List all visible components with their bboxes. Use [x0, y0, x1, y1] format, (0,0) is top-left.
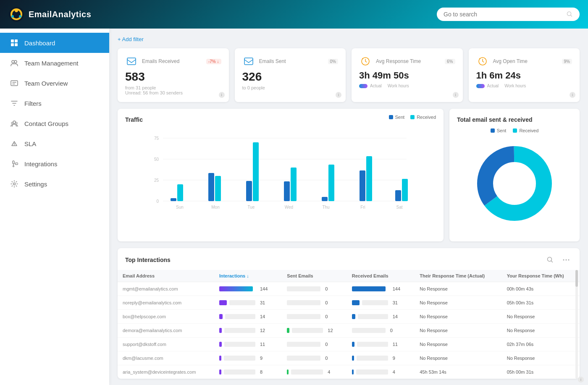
emails-sent-sub1: to 0 people [242, 85, 339, 90]
settings-icon [10, 180, 18, 188]
search-bar[interactable] [437, 8, 580, 21]
svg-text:75: 75 [154, 136, 159, 141]
charts-row: Traffic Sent Received [118, 109, 580, 241]
table-more-button[interactable] [560, 254, 572, 266]
received-cell: 0 [347, 324, 415, 338]
email-cell: noreply@emailanalytics.com [118, 296, 214, 310]
sidebar-item-sla[interactable]: SLA [0, 134, 109, 154]
sidebar-item-contact-groups[interactable]: Contact Groups [0, 113, 109, 134]
col-interactions[interactable]: Interactions ↓ [214, 270, 282, 282]
top-interactions-card: Top Interactions [118, 248, 580, 379]
col-their-response: Their Response Time (Actual) [415, 270, 501, 282]
search-icon [567, 11, 573, 18]
svg-point-15 [16, 122, 17, 124]
interactions-cell: 11 [214, 338, 282, 351]
table-row: dkm@lacusme.com 9 0 9 [118, 351, 580, 365]
table-search-button[interactable] [544, 254, 556, 266]
donut-sent-label: Sent [497, 128, 507, 133]
donut-container [457, 133, 572, 234]
svg-text:Tue: Tue [248, 205, 255, 210]
table-row: demora@emailanalytics.com 12 12 [118, 324, 580, 338]
sla-icon [10, 139, 18, 148]
scrollbar-track [575, 270, 578, 379]
received-cell: 9 [347, 351, 415, 365]
svg-rect-9 [15, 43, 18, 46]
svg-rect-8 [11, 43, 14, 46]
stat-card-avg-open: Avg Open Time 9% 1h 6m 24s Actual Work h… [469, 48, 580, 102]
stat-card-emails-sent: Emails Sent 0% 326 to 0 people i [235, 48, 346, 102]
received-cell: 14 [347, 310, 415, 324]
svg-point-18 [13, 183, 16, 185]
received-legend-label: Received [417, 115, 436, 120]
svg-rect-50 [402, 179, 408, 201]
emails-received-value: 583 [125, 70, 221, 84]
interactions-cell: 8 [214, 365, 282, 379]
svg-rect-6 [11, 39, 14, 42]
svg-point-17 [13, 166, 14, 167]
sidebar-item-integrations[interactable]: Integrations [0, 154, 109, 174]
email-cell: dkm@lacusme.com [118, 351, 214, 365]
emails-received-label: Emails Received [142, 58, 202, 64]
col-received: Received Emails [347, 270, 415, 282]
sidebar-item-label: Team Overview [24, 80, 68, 87]
table-row: aria_system@deviceintegrates.com 8 4 [118, 365, 580, 379]
sidebar-item-dashboard[interactable]: Dashboard [0, 33, 109, 53]
sidebar-item-settings[interactable]: Settings [0, 174, 109, 194]
donut-received-label: Received [519, 128, 538, 133]
their-response-cell: No Response [415, 338, 501, 351]
svg-rect-44 [328, 165, 334, 201]
add-filter-button[interactable]: + Add filter [118, 36, 144, 42]
interactions-cell: 12 [214, 324, 282, 338]
info-dot[interactable]: i [336, 92, 341, 98]
their-response-cell: No Response [415, 310, 501, 324]
svg-point-57 [566, 259, 567, 261]
donut-chart-legend: Sent Received [457, 128, 572, 133]
table-actions [544, 254, 572, 266]
svg-point-2 [15, 9, 18, 12]
received-cell: 31 [347, 296, 415, 310]
sent-cell: 4 [282, 365, 346, 379]
email-cell: box@helpscope.com [118, 310, 214, 324]
svg-rect-37 [246, 181, 252, 201]
main-content: + Add filter Emails Received -7% ↓ 583 f… [109, 29, 588, 385]
stat-card-emails-received: Emails Received -7% ↓ 583 from 31 people… [118, 48, 229, 102]
table-title: Top Interactions [125, 257, 171, 263]
info-dot[interactable]: i [453, 92, 459, 98]
avg-open-badge: 9% [562, 59, 572, 64]
emails-sent-label: Emails Sent [259, 58, 324, 64]
sent-cell: 12 [282, 324, 346, 338]
interactions-table: Email Address Interactions ↓ Sent Emails… [118, 270, 580, 379]
sidebar-item-filters[interactable]: Filters [0, 93, 109, 113]
filters-icon [10, 99, 18, 107]
info-dot[interactable]: i [570, 92, 575, 98]
donut-svg [472, 141, 556, 225]
table-header: Top Interactions [118, 248, 580, 270]
search-input[interactable] [444, 11, 563, 18]
your-response-cell: No Response [502, 310, 580, 324]
received-legend-dot [410, 115, 415, 119]
svg-rect-46 [360, 170, 365, 201]
svg-point-4 [19, 15, 21, 18]
table-row: support@dkstoff.com 11 0 [118, 338, 580, 351]
sent-cell: 0 [282, 338, 346, 351]
donut-received-dot [513, 128, 517, 133]
avg-response-value: 3h 49m 50s [359, 70, 455, 81]
sent-cell: 0 [282, 282, 346, 296]
layout: Dashboard Team Management Team Overview [0, 29, 588, 385]
svg-rect-34 [208, 173, 214, 201]
emails-received-badge: -7% ↓ [206, 59, 221, 64]
svg-rect-12 [11, 81, 18, 86]
sidebar-item-team-management[interactable]: Team Management [0, 53, 109, 73]
interactions-cell: 9 [214, 351, 282, 365]
sent-cell: 0 [282, 351, 346, 365]
scrollbar-thumb[interactable] [575, 270, 578, 287]
sidebar-item-label: Team Management [24, 60, 78, 67]
sidebar-item-label: Settings [24, 181, 47, 188]
info-dot[interactable]: i [219, 92, 225, 98]
sidebar-item-team-overview[interactable]: Team Overview [0, 73, 109, 93]
svg-text:Mon: Mon [211, 205, 219, 210]
traffic-chart-card: Traffic Sent Received [118, 109, 444, 241]
sidebar-item-label: Integrations [24, 160, 57, 168]
emails-sent-value: 326 [242, 70, 339, 84]
avg-response-label: Avg Response Time [376, 58, 441, 64]
